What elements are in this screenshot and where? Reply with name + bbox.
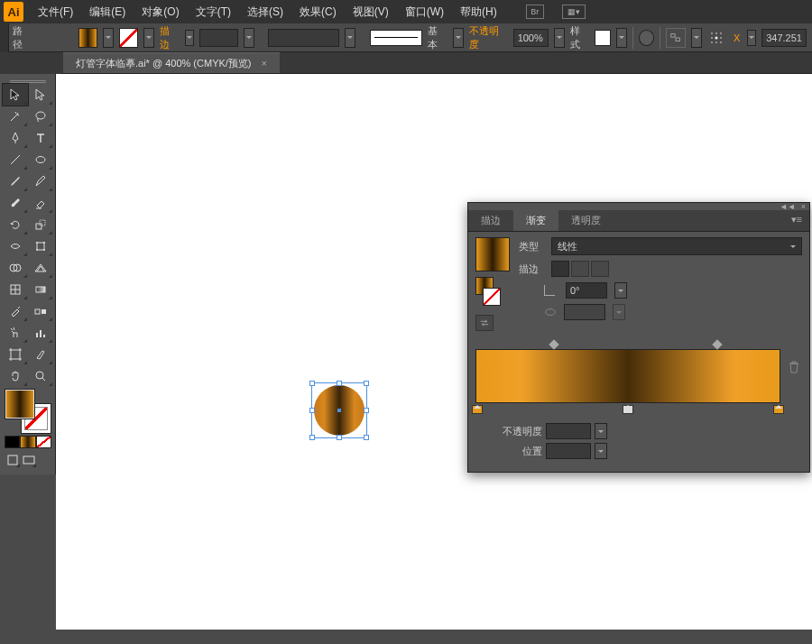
perspective-grid-tool[interactable] (28, 257, 53, 279)
stroke-label[interactable]: 描边 (160, 24, 180, 51)
opacity-dropdown[interactable] (554, 28, 565, 48)
x-coord-field[interactable]: 347.251 (761, 29, 807, 47)
symbol-sprayer-tool[interactable] (3, 322, 28, 344)
eyedropper-tool[interactable] (3, 300, 28, 322)
free-transform-tool[interactable] (28, 235, 53, 257)
fill-dropdown[interactable] (103, 28, 114, 48)
gradient-angle-field[interactable]: 0° (566, 282, 607, 299)
panel-menu-icon[interactable]: ▾≡ (784, 210, 809, 231)
align-dropdown[interactable] (691, 28, 702, 48)
resize-handle-ml[interactable] (309, 408, 315, 413)
gradient-preview-swatch[interactable] (475, 237, 510, 271)
toolbox-grip[interactable] (3, 77, 53, 84)
menu-select[interactable]: 选择(S) (240, 2, 291, 23)
document-tab[interactable]: 灯管字体临摹.ai* @ 400% (CMYK/预览) × (63, 52, 280, 73)
rotate-tool[interactable] (3, 214, 28, 235)
fill-stroke-indicator[interactable] (3, 387, 53, 436)
menu-window[interactable]: 窗口(W) (398, 2, 451, 23)
blend-tool[interactable] (28, 300, 53, 322)
blob-brush-tool[interactable] (3, 192, 28, 214)
variable-width-profile[interactable] (268, 29, 338, 47)
direct-selection-tool[interactable] (28, 84, 53, 106)
style-dropdown[interactable] (616, 28, 627, 48)
style-swatch[interactable] (595, 30, 611, 46)
scale-tool[interactable] (28, 214, 53, 235)
opacity-field[interactable]: 100% (513, 29, 549, 47)
menu-view[interactable]: 视图(V) (346, 2, 396, 23)
zoom-tool[interactable] (28, 365, 53, 387)
stroke-gradient-across-icon[interactable] (591, 261, 609, 277)
gradient-tool[interactable] (28, 279, 53, 300)
angle-dropdown[interactable] (614, 282, 627, 299)
resize-handle-bm[interactable] (337, 435, 342, 440)
gradient-midpoint-right[interactable] (713, 339, 723, 349)
resize-handle-tm[interactable] (337, 381, 342, 386)
gradient-mode-icon[interactable] (20, 436, 35, 448)
gradient-stop-1[interactable] (472, 401, 483, 414)
lasso-tool[interactable] (28, 106, 53, 127)
none-mode-icon[interactable] (36, 436, 51, 448)
resize-handle-mr[interactable] (364, 408, 369, 413)
stroke-weight-dropdown[interactable] (244, 28, 254, 48)
tab-close-icon[interactable]: × (262, 58, 267, 69)
column-graph-tool[interactable] (28, 322, 53, 344)
stop-opacity-field[interactable] (546, 423, 591, 439)
tab-gradient[interactable]: 渐变 (513, 210, 558, 231)
shape-builder-tool[interactable] (3, 257, 28, 279)
draw-mode-icon[interactable] (5, 452, 21, 468)
width-tool[interactable] (3, 235, 28, 257)
eraser-tool[interactable] (28, 192, 53, 214)
menu-file[interactable]: 文件(F) (31, 2, 80, 23)
pen-tool[interactable] (3, 127, 28, 149)
stop-position-dropdown[interactable] (595, 443, 607, 459)
gradient-stop-2[interactable] (623, 401, 633, 414)
resize-handle-tl[interactable] (309, 381, 315, 386)
stop-opacity-dropdown[interactable] (595, 423, 607, 439)
center-point[interactable] (337, 409, 341, 412)
stroke-gradient-along-icon[interactable] (571, 261, 589, 277)
resize-handle-tr[interactable] (364, 381, 369, 386)
arrange-documents-icon[interactable]: ▦▾ (562, 5, 586, 19)
fill-swatch[interactable] (78, 28, 98, 48)
stroke-dropdown[interactable] (143, 28, 154, 48)
stroke-weight-stepper[interactable] (185, 30, 194, 46)
paintbrush-tool[interactable] (3, 170, 28, 192)
tab-transparency[interactable]: 透明度 (558, 210, 614, 231)
line-tool[interactable] (3, 149, 28, 170)
magic-wand-tool[interactable] (3, 106, 28, 127)
transform-anchor-icon[interactable] (707, 28, 727, 48)
stroke-gradient-within-icon[interactable] (551, 261, 569, 277)
fill-indicator[interactable] (5, 389, 35, 419)
stop-position-field[interactable] (546, 443, 591, 459)
selection-tool[interactable] (3, 84, 28, 106)
resize-handle-br[interactable] (364, 435, 369, 440)
slice-tool[interactable] (28, 344, 53, 365)
variable-width-dropdown[interactable] (345, 28, 355, 48)
reverse-gradient-icon[interactable] (475, 315, 494, 331)
hand-tool[interactable] (3, 365, 28, 387)
ellipse-tool[interactable] (28, 149, 53, 170)
align-button[interactable] (666, 28, 686, 48)
menu-object[interactable]: 对象(O) (134, 2, 186, 23)
pencil-tool[interactable] (28, 170, 53, 192)
brush-definition[interactable] (370, 30, 423, 46)
x-stepper[interactable] (747, 30, 756, 46)
delete-stop-icon[interactable] (788, 360, 800, 374)
screen-mode-icon[interactable] (21, 452, 37, 468)
brush-dropdown[interactable] (453, 28, 464, 48)
mesh-tool[interactable] (3, 279, 28, 300)
gradient-stop-3[interactable] (773, 401, 784, 414)
stroke-weight-field[interactable] (199, 29, 238, 47)
selected-object[interactable] (311, 382, 367, 438)
menu-effect[interactable]: 效果(C) (292, 2, 344, 23)
opacity-label[interactable]: 不透明度 (469, 24, 508, 51)
gradient-type-select[interactable]: 线性 (551, 237, 802, 255)
tab-stroke[interactable]: 描边 (468, 210, 513, 231)
bridge-icon[interactable]: Br (526, 5, 544, 19)
resize-handle-bl[interactable] (309, 435, 315, 440)
type-tool[interactable] (28, 127, 53, 149)
stroke-swatch[interactable] (119, 28, 139, 48)
gradient-midpoint-left[interactable] (549, 339, 559, 349)
gradient-ramp[interactable] (475, 349, 780, 403)
color-mode-icon[interactable] (5, 436, 20, 448)
